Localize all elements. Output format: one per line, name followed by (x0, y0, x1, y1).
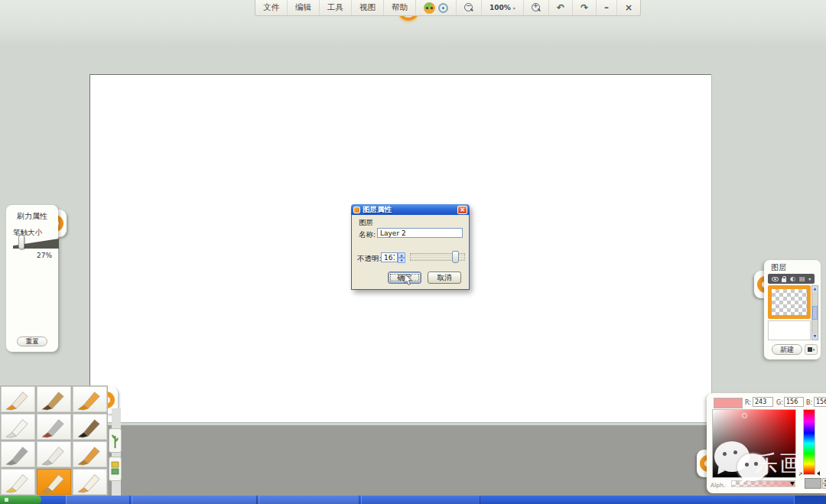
reset-button[interactable]: 重置 (17, 337, 47, 346)
tool-airbrush[interactable] (1, 441, 35, 467)
new-layer-button[interactable]: 新建 (772, 344, 802, 355)
chevron-down-icon: ▾ (513, 5, 515, 11)
menu-file[interactable]: 文件 (255, 0, 288, 15)
cancel-button[interactable]: 取消 (428, 272, 461, 284)
blue-label: B: (806, 399, 812, 406)
brush-properties-panel: 刷力属性 笔触大小 27% 重置 (6, 205, 58, 352)
minimize-button[interactable]: – (597, 0, 617, 15)
dialog-app-icon (353, 206, 360, 213)
layer-name-input[interactable] (377, 228, 463, 238)
texture-swatch-icon (110, 460, 120, 478)
tool-ink-brush[interactable] (73, 414, 107, 440)
zoom-out-button[interactable] (457, 0, 482, 15)
redo-icon: ↷ (580, 2, 588, 13)
tool-palette-knife[interactable] (37, 441, 71, 467)
blue-value-input[interactable] (814, 397, 826, 407)
tool-dip-pen[interactable] (37, 469, 71, 495)
zoom-in-button[interactable] (524, 0, 549, 15)
brush-size-label: 笔触大小 (13, 228, 42, 238)
eye-swirl-icon (438, 3, 448, 13)
layers-scrollbar[interactable]: ▲ ▼ (811, 285, 818, 340)
layer-thumbnail-selected[interactable] (768, 285, 811, 319)
main-toolbar: 文件 编辑 工具 视图 帮助 100% ▾ ↶ ↷ – × (255, 0, 641, 16)
layer-options-button[interactable]: ▾ (805, 344, 818, 355)
layers-panel-title: 图层 (771, 262, 786, 273)
windows-taskbar (0, 496, 826, 504)
taskbar-button[interactable] (132, 496, 257, 504)
tool-chalk[interactable] (1, 414, 35, 440)
opacity-slider-track[interactable] (410, 253, 465, 261)
redo-button[interactable]: ↷ (573, 0, 597, 15)
spinner-down-button[interactable]: ▼ (398, 258, 405, 263)
menu-help[interactable]: 帮助 (384, 0, 416, 15)
taskbar-button[interactable] (66, 496, 130, 504)
layer-properties-dialog: 图层属性 × 图层 名称: 不透明: ▲ ▼ 确定 取消 (351, 204, 470, 290)
zoom-out-icon (464, 3, 473, 12)
tool-eraser[interactable] (73, 469, 107, 495)
saturation-value-square[interactable] (712, 409, 796, 478)
plant-icon (110, 431, 120, 450)
menu-edit[interactable]: 编辑 (288, 0, 320, 15)
brush-size-slider-thumb[interactable] (18, 235, 24, 249)
tool-feather-brush[interactable] (37, 386, 71, 412)
menu-tools[interactable]: 工具 (320, 0, 352, 15)
app-logo (416, 0, 457, 15)
layer-properties-icon[interactable]: ▤ (799, 276, 805, 282)
scroll-down-icon[interactable]: ▼ (812, 333, 818, 340)
layer-lock-icon[interactable] (782, 278, 786, 282)
alpha-slider-thumb[interactable] (790, 482, 795, 486)
tool-marker[interactable] (37, 414, 71, 440)
opacity-spinner: ▲ ▼ (398, 252, 405, 262)
menu-view[interactable]: 视图 (352, 0, 384, 15)
opacity-value-input[interactable] (381, 252, 398, 262)
taskbar-button[interactable] (361, 496, 480, 504)
color-picker-cursor[interactable] (742, 413, 747, 418)
paint-tube-icon (2, 470, 34, 493)
undo-button[interactable]: ↶ (549, 0, 573, 15)
layer-opacity-icon[interactable]: ◐ (790, 276, 795, 282)
crayon-icon (74, 388, 106, 411)
dialog-close-button[interactable]: × (457, 206, 467, 214)
tool-crayon[interactable] (73, 386, 107, 412)
layers-menu-caret-icon[interactable]: ▾ (808, 276, 811, 281)
ink-brush-icon (74, 415, 106, 438)
zoom-level-value: 100% (489, 4, 511, 11)
scroll-up-icon[interactable]: ▲ (812, 286, 818, 292)
start-button[interactable] (0, 496, 41, 504)
opacity-slider-thumb[interactable] (452, 251, 459, 263)
current-color-swatch (714, 398, 743, 408)
hue-bar[interactable] (803, 409, 815, 475)
zoom-level-select[interactable]: 100% ▾ (482, 0, 524, 15)
taskbar-button[interactable] (259, 496, 359, 504)
red-label: R: (745, 399, 751, 406)
layer-name-label: 名称: (359, 230, 376, 240)
red-value-input[interactable] (753, 397, 773, 407)
layer-group-label: 图层 (359, 218, 373, 228)
close-button[interactable]: × (617, 0, 640, 15)
mouse-cursor (404, 273, 414, 287)
layer-visibility-icon[interactable] (772, 277, 779, 281)
system-tray (794, 496, 826, 504)
layers-panel: 图层 ◐ ▤ ▾ ▲ ▼ 新建 ▾ (764, 260, 821, 359)
alpha-slider[interactable] (731, 480, 795, 487)
airbrush-icon (2, 443, 34, 466)
spinner-up-button[interactable]: ▲ (398, 252, 405, 258)
tool-paint-tube[interactable] (1, 469, 35, 495)
dip-pen-icon (38, 470, 70, 493)
palette-knife-icon (38, 443, 70, 466)
layer-transparency-preview (772, 289, 807, 315)
dialog-titlebar[interactable]: 图层属性 × (351, 204, 470, 215)
alpha-spinner-down[interactable]: ▼ (822, 483, 826, 489)
hue-marker-right (817, 471, 820, 476)
chevron-down-icon: ▾ (813, 347, 815, 352)
layer-slot-empty[interactable] (768, 320, 811, 340)
alpha-spinner-up[interactable]: ▲ (822, 478, 826, 483)
green-value-input[interactable] (784, 397, 804, 407)
undo-icon: ↶ (557, 2, 564, 13)
tool-quill-pen[interactable] (1, 386, 35, 412)
textures-button[interactable] (109, 457, 122, 481)
tool-paint-roller[interactable] (73, 441, 107, 467)
alpha-value-box (805, 478, 821, 489)
stamps-button[interactable] (109, 428, 122, 453)
scrollbar-thumb[interactable] (812, 306, 818, 320)
